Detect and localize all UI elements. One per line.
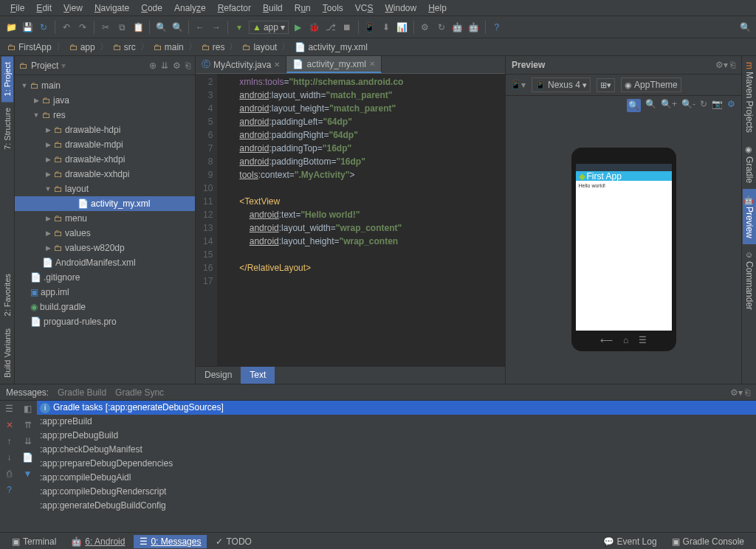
menu-vcs[interactable]: VCS	[349, 1, 379, 14]
menu-refactor[interactable]: Refactor	[212, 1, 257, 14]
menu-build[interactable]: Build	[257, 1, 289, 14]
bc-res[interactable]: 🗀res	[199, 41, 228, 53]
close-icon[interactable]: ✕	[274, 61, 280, 69]
message-line[interactable]: :app:preDebugBuild	[37, 429, 756, 443]
tree-item-main[interactable]: ▼🗀main	[15, 78, 195, 93]
zoom-in-icon[interactable]: 🔍+	[661, 99, 677, 112]
attach-icon[interactable]: ⎇	[324, 21, 337, 34]
collapse-icon[interactable]: ⇊	[24, 436, 32, 446]
tab-gradle[interactable]: ◉ Gradle	[743, 139, 756, 189]
tab-structure[interactable]: 7: Structure	[1, 102, 13, 156]
message-line[interactable]: :app:generateDebugBuildConfig	[37, 499, 756, 513]
refresh-icon[interactable]: ↻	[700, 99, 707, 112]
zoom-out-icon[interactable]: 🔍-	[681, 99, 695, 112]
apptheme-select[interactable]: ◉ AppTheme	[621, 77, 681, 92]
run-icon[interactable]: ▶	[292, 21, 305, 34]
message-line[interactable]: :app:prepareDebugDependencies	[37, 457, 756, 471]
tab-commander[interactable]: ☺ Commander	[743, 244, 756, 316]
tree-item-menu[interactable]: ▶🗀menu	[15, 211, 195, 226]
sync-project-icon[interactable]: ↻	[435, 21, 448, 34]
tree-item-values[interactable]: ▶🗀values	[15, 226, 195, 241]
tab-todo[interactable]: ✓ TODO	[210, 535, 257, 548]
tab-design[interactable]: Design	[196, 367, 241, 384]
tree-item-drawable-xxhdpi[interactable]: ▶🗀drawable-xxhdpi	[15, 167, 195, 182]
up-icon[interactable]: ↑	[7, 436, 12, 446]
back-icon[interactable]: ←	[193, 21, 207, 34]
tab-android[interactable]: 🤖 6: Android	[65, 535, 131, 548]
tab-gradle-console[interactable]: ▣ Gradle Console	[666, 535, 750, 548]
tab-favorites[interactable]: 2: Favorites	[1, 268, 13, 322]
menu-view[interactable]: View	[58, 1, 89, 14]
menu-navigate[interactable]: Navigate	[89, 1, 135, 14]
target-icon[interactable]: ⊕	[149, 61, 157, 71]
tree-item-res[interactable]: ▼🗀res	[15, 108, 195, 122]
android-green-icon[interactable]: 🤖	[451, 21, 464, 34]
hide-icon[interactable]: ⎗	[185, 61, 190, 71]
help-icon[interactable]: ?	[490, 21, 504, 34]
menu-run[interactable]: Run	[289, 1, 317, 14]
find-icon[interactable]: 🔍	[154, 21, 168, 34]
tab-messages[interactable]: ☰ 0: Messages	[134, 535, 207, 548]
collapse-icon[interactable]: ⇊	[161, 61, 168, 71]
project-tree[interactable]: ▼🗀main▶🗀java▼🗀res▶🗀drawable-hdpi▶🗀drawab…	[15, 75, 195, 384]
forward-icon[interactable]: →	[210, 21, 223, 34]
tree-item-drawable-hdpi[interactable]: ▶🗀drawable-hdpi	[15, 122, 195, 137]
bc-firstapp[interactable]: 🗀FirstApp	[4, 41, 55, 53]
stop-icon[interactable]: ⏹	[340, 21, 354, 34]
gear-icon[interactable]: ⚙	[173, 61, 181, 71]
help-icon[interactable]: ?	[7, 485, 12, 495]
messages-body[interactable]: iGradle tasks [:app:generateDebugSources…	[37, 401, 756, 532]
menu-analyze[interactable]: Analyze	[168, 1, 212, 14]
tree-item-build-gradle[interactable]: ◉build.gradle	[15, 300, 195, 314]
tab-activity-my-xml[interactable]: 📄 activity_my.xml ✕	[286, 56, 381, 73]
zoom-fit-icon[interactable]: 🔍	[627, 99, 641, 112]
tab-gradle-build[interactable]: Gradle Build	[58, 387, 106, 398]
tree-item-layout[interactable]: ▼🗀layout	[15, 182, 195, 196]
menu-tools[interactable]: Tools	[317, 1, 349, 14]
tree-icon[interactable]: ◧	[24, 404, 32, 414]
code-editor[interactable]: 234567891011121314151617 xmlns:tools="ht…	[196, 74, 505, 366]
make-icon[interactable]: ▾	[233, 21, 246, 34]
gear-icon[interactable]: ⚙▾	[715, 60, 728, 70]
project-structure-icon[interactable]: ⚙	[419, 21, 432, 34]
down-icon[interactable]: ↓	[7, 452, 12, 463]
bc-main[interactable]: 🗀main	[151, 41, 187, 53]
copy-icon[interactable]: ⧉	[115, 21, 128, 34]
camera-icon[interactable]: 📷	[712, 99, 723, 112]
menu-help[interactable]: Help	[422, 1, 453, 14]
autoscroll-icon[interactable]: 📄	[22, 452, 33, 463]
tab-terminal[interactable]: ▣ Terminal	[6, 535, 62, 548]
search-icon[interactable]: 🔍	[738, 21, 752, 34]
replace-icon[interactable]: 🔍	[171, 21, 184, 34]
export-icon[interactable]: ⎙	[7, 469, 12, 479]
tree-item--gitignore[interactable]: 📄.gitignore	[15, 270, 195, 285]
tab-maven[interactable]: m Maven Projects	[743, 56, 756, 139]
tab-build-variants[interactable]: Build Variants	[1, 322, 13, 384]
settings-icon[interactable]: ⚙	[727, 99, 735, 112]
message-header[interactable]: iGradle tasks [:app:generateDebugSources…	[37, 401, 756, 415]
bc-layout[interactable]: 🗀layout	[239, 41, 280, 53]
zoom-actual-icon[interactable]: 🔍	[645, 99, 656, 112]
tab-event-log[interactable]: 💬 Event Log	[597, 535, 663, 548]
hide-icon[interactable]: ⎗	[730, 60, 735, 70]
message-line[interactable]: :app:preBuild	[37, 415, 756, 429]
tree-item-values-w820dp[interactable]: ▶🗀values-w820dp	[15, 241, 195, 255]
debug-icon[interactable]: 🐞	[308, 21, 321, 34]
sync-icon[interactable]: ↻	[37, 21, 50, 34]
tab-project[interactable]: 1: Project	[1, 56, 13, 102]
tab-preview[interactable]: 🤖 Preview	[743, 189, 756, 244]
gear-icon[interactable]: ⚙▾	[730, 387, 743, 398]
open-icon[interactable]: 📁	[4, 21, 18, 34]
tree-item-drawable-mdpi[interactable]: ▶🗀drawable-mdpi	[15, 137, 195, 152]
stop-icon[interactable]: ☰	[5, 404, 13, 414]
theme-select[interactable]: ⊞▾	[597, 78, 615, 92]
menu-window[interactable]: Window	[379, 1, 422, 14]
menu-edit[interactable]: Edit	[30, 1, 58, 14]
tree-item-AndroidManifest-xml[interactable]: 📄AndroidManifest.xml	[15, 255, 195, 270]
sdk-icon[interactable]: ⬇	[379, 21, 393, 34]
orientation-icon[interactable]: 📱▾	[510, 80, 526, 90]
tree-item-drawable-xhdpi[interactable]: ▶🗀drawable-xhdpi	[15, 152, 195, 167]
monitor-icon[interactable]: 📊	[396, 21, 409, 34]
device-select[interactable]: 📱 Nexus 4 ▾	[532, 77, 591, 92]
tree-item-java[interactable]: ▶🗀java	[15, 93, 195, 108]
